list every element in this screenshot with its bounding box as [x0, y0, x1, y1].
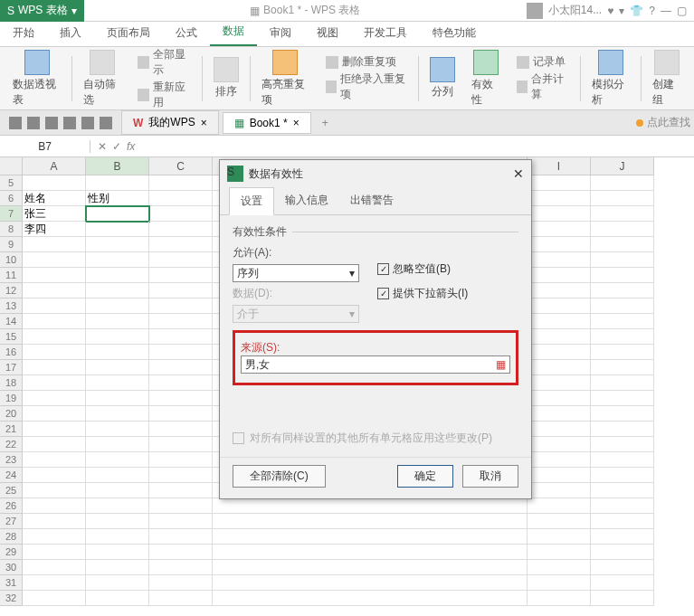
- cell[interactable]: [23, 299, 86, 314]
- cell[interactable]: 张三: [23, 206, 86, 222]
- cell[interactable]: [23, 345, 86, 360]
- tab-feature[interactable]: 特色功能: [420, 20, 489, 46]
- tab-formula[interactable]: 公式: [163, 20, 210, 46]
- tab-layout[interactable]: 页面布局: [94, 20, 163, 46]
- cell[interactable]: [86, 406, 149, 422]
- row-head[interactable]: 8: [0, 222, 22, 237]
- cell[interactable]: [528, 375, 591, 391]
- close-icon[interactable]: ×: [201, 117, 207, 129]
- cell[interactable]: 姓名: [23, 191, 86, 206]
- cell[interactable]: [86, 498, 149, 514]
- cell[interactable]: [149, 560, 213, 575]
- cell[interactable]: [528, 468, 591, 483]
- row-head[interactable]: 27: [0, 514, 22, 529]
- row-head[interactable]: 28: [0, 529, 22, 545]
- col-head-c[interactable]: C: [149, 157, 213, 175]
- cell[interactable]: [591, 252, 654, 268]
- close-icon[interactable]: ✕: [513, 166, 524, 181]
- row-head[interactable]: 6: [0, 191, 22, 206]
- print-icon[interactable]: [45, 117, 58, 129]
- pivot-button[interactable]: 数据透视表: [7, 50, 66, 108]
- tab-review[interactable]: 审阅: [257, 20, 304, 46]
- cell[interactable]: [149, 375, 213, 391]
- cell[interactable]: [23, 452, 86, 468]
- tab-settings[interactable]: 设置: [229, 187, 274, 215]
- cell[interactable]: [86, 345, 149, 360]
- avatar[interactable]: [527, 3, 543, 19]
- cell[interactable]: [591, 452, 654, 468]
- cell[interactable]: [149, 175, 213, 191]
- cell[interactable]: [149, 406, 213, 422]
- cell[interactable]: [528, 252, 591, 268]
- cell[interactable]: [149, 437, 213, 452]
- cell[interactable]: [528, 529, 591, 545]
- sort-button[interactable]: 排序: [208, 57, 244, 100]
- heart-icon[interactable]: ♥: [607, 5, 613, 17]
- cell[interactable]: [86, 237, 149, 252]
- cell[interactable]: [149, 545, 213, 560]
- min-icon[interactable]: —: [661, 5, 671, 17]
- cell[interactable]: [528, 391, 591, 406]
- cell[interactable]: [23, 175, 86, 191]
- cell[interactable]: [528, 514, 591, 529]
- cell[interactable]: [149, 314, 213, 329]
- row-head[interactable]: 16: [0, 345, 22, 360]
- cancel-button[interactable]: 取消: [462, 465, 518, 488]
- row-head[interactable]: 17: [0, 360, 22, 375]
- cell[interactable]: [86, 560, 149, 575]
- cell[interactable]: [591, 468, 654, 483]
- ok-button[interactable]: 确定: [397, 465, 453, 488]
- notify-icon[interactable]: ▾: [619, 5, 624, 17]
- cell[interactable]: [528, 498, 591, 514]
- cell[interactable]: [86, 299, 149, 314]
- group-button[interactable]: 创建组: [647, 50, 687, 108]
- tab-input-msg[interactable]: 输入信息: [274, 187, 339, 214]
- cell[interactable]: [23, 268, 86, 283]
- cell[interactable]: [23, 283, 86, 299]
- delete-dup-button[interactable]: 删除重复项: [326, 54, 407, 70]
- new-icon[interactable]: [9, 117, 22, 129]
- tab-error-alert[interactable]: 出错警告: [339, 187, 404, 214]
- cell[interactable]: [86, 206, 149, 222]
- col-head-j[interactable]: J: [591, 157, 654, 175]
- autofilter-button[interactable]: 自动筛选: [78, 50, 127, 108]
- cell[interactable]: [23, 237, 86, 252]
- cell[interactable]: [23, 545, 86, 560]
- cell[interactable]: [528, 591, 591, 606]
- cell[interactable]: [86, 422, 149, 437]
- cell[interactable]: [528, 406, 591, 422]
- source-input[interactable]: 男,女 ▦: [241, 355, 510, 374]
- cell[interactable]: [23, 575, 86, 591]
- cell[interactable]: [23, 437, 86, 452]
- cell[interactable]: [528, 483, 591, 498]
- preview-icon[interactable]: [63, 117, 76, 129]
- row-head[interactable]: 20: [0, 406, 22, 422]
- cell[interactable]: 性别: [86, 191, 149, 206]
- cell[interactable]: [591, 206, 654, 222]
- cell[interactable]: [149, 468, 213, 483]
- user-name[interactable]: 小太阳14...: [548, 3, 602, 18]
- cell[interactable]: [149, 345, 213, 360]
- row-head[interactable]: 23: [0, 452, 22, 468]
- cell[interactable]: [149, 299, 213, 314]
- cell[interactable]: [86, 252, 149, 268]
- cell[interactable]: [591, 314, 654, 329]
- cell[interactable]: [149, 237, 213, 252]
- highlight-dup-button[interactable]: 高亮重复项: [256, 50, 315, 108]
- book-tab[interactable]: ▦ Book1 * ×: [223, 112, 311, 134]
- ignore-blank-checkbox[interactable]: ✓ 忽略空值(B): [377, 261, 468, 277]
- cell[interactable]: [86, 575, 149, 591]
- cell[interactable]: [86, 360, 149, 375]
- cell[interactable]: [23, 422, 86, 437]
- cell[interactable]: [149, 529, 213, 545]
- cell[interactable]: [86, 329, 149, 345]
- select-all-corner[interactable]: [0, 157, 23, 175]
- cell[interactable]: [149, 391, 213, 406]
- undo-icon[interactable]: [81, 117, 94, 129]
- split-button[interactable]: 分列: [424, 57, 461, 100]
- cell[interactable]: [23, 375, 86, 391]
- cell[interactable]: [591, 175, 654, 191]
- cell[interactable]: [86, 268, 149, 283]
- help-icon[interactable]: ?: [649, 5, 655, 17]
- cell[interactable]: [86, 375, 149, 391]
